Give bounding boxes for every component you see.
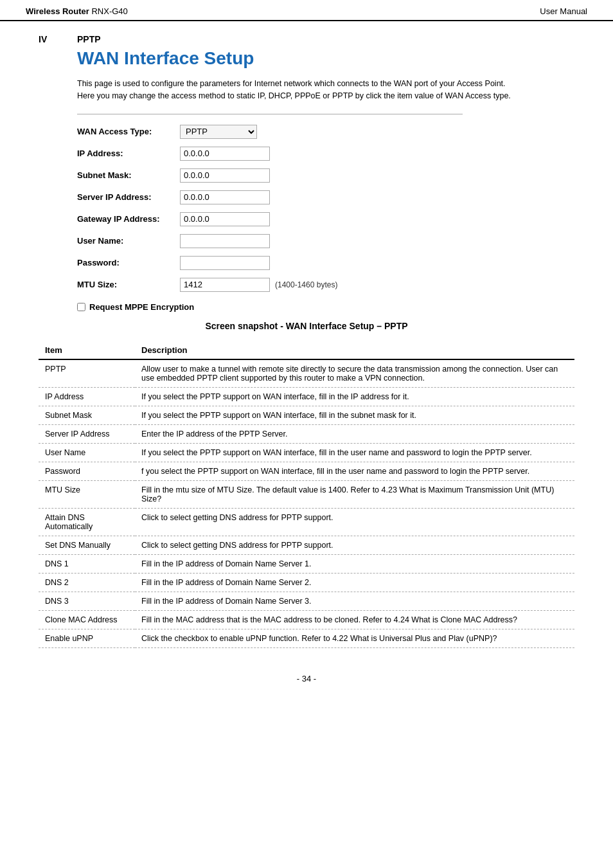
table-row: Clone MAC AddressFill in the MAC address… [39,610,574,629]
page-title: WAN Interface Setup [77,48,574,69]
wan-access-type-label: WAN Access Type: [77,127,180,136]
server-ip-row: Server IP Address: [77,190,463,204]
table-item-cell: Password [39,462,135,480]
table-item-cell: User Name [39,443,135,462]
password-label: Password: [77,258,180,267]
table-row: Server IP AddressEnter the IP address of… [39,424,574,443]
table-item-cell: DNS 3 [39,592,135,610]
server-ip-input[interactable] [180,190,270,204]
table-row: PPTPAllow user to make a tunnel with rem… [39,359,574,388]
table-item-cell: MTU Size [39,480,135,508]
table-row: Set DNS ManuallyClick to select getting … [39,536,574,554]
table-desc-cell: If you select the PPTP support on WAN in… [135,387,574,406]
page-header: Wireless Router RNX-G40 User Manual [0,0,613,21]
table-row: DNS 1Fill in the IP address of Domain Na… [39,554,574,573]
user-name-row: User Name: [77,234,463,248]
table-item-cell: DNS 2 [39,573,135,592]
gateway-ip-row: Gateway IP Address: [77,212,463,226]
table-item-cell: IP Address [39,387,135,406]
ip-address-label: IP Address: [77,149,180,158]
table-desc-cell: Click to select getting DNS address for … [135,508,574,536]
ip-address-input[interactable] [180,147,270,161]
table-row: Subnet MaskIf you select the PPTP suppor… [39,406,574,424]
gateway-ip-input[interactable] [180,212,270,226]
page-footer: - 34 - [0,667,613,690]
gateway-ip-label: Gateway IP Address: [77,214,180,224]
description-table: Item Description PPTPAllow user to make … [39,341,574,648]
table-item-cell: Enable uPNP [39,629,135,647]
table-row: Attain DNS AutomaticallyClick to select … [39,508,574,536]
main-content: IV PPTP WAN Interface Setup This page is… [0,21,613,661]
table-desc-cell: Fill in the IP address of Domain Name Se… [135,573,574,592]
brand-model: RNX-G40 [89,6,128,16]
table-row: Passwordf you select the PPTP support on… [39,462,574,480]
table-item-cell: Server IP Address [39,424,135,443]
password-input[interactable] [180,256,270,270]
table-item-cell: PPTP [39,359,135,388]
description-text: This page is used to configure the param… [77,78,514,102]
manual-label: User Manual [540,6,587,16]
brand: Wireless Router RNX-G40 [26,6,128,16]
subnet-mask-row: Subnet Mask: [77,168,463,183]
table-desc-cell: If you select the PPTP support on WAN in… [135,406,574,424]
section-number: IV [39,34,58,44]
col-desc-header: Description [135,341,574,359]
table-row: MTU SizeFill in the mtu size of MTU Size… [39,480,574,508]
mtu-hint: (1400-1460 bytes) [275,280,337,289]
form-section: WAN Access Type: PPTP Static IP DHCP PPP… [77,114,463,292]
snapshot-title: Screen snapshot - WAN Interface Setup – … [39,321,574,331]
table-row: DNS 3Fill in the IP address of Domain Na… [39,592,574,610]
mppe-label: Request MPPE Encryption [89,302,194,312]
wan-access-type-select[interactable]: PPTP Static IP DHCP PPPoE [180,125,257,139]
ip-address-row: IP Address: [77,147,463,161]
table-row: IP AddressIf you select the PPTP support… [39,387,574,406]
mppe-checkbox[interactable] [77,303,85,311]
table-desc-cell: Allow user to make a tunnel with remote … [135,359,574,388]
table-item-cell: DNS 1 [39,554,135,573]
user-name-label: User Name: [77,236,180,246]
subnet-mask-label: Subnet Mask: [77,170,180,180]
wan-access-type-row: WAN Access Type: PPTP Static IP DHCP PPP… [77,125,463,139]
table-row: Enable uPNPClick the checkbox to enable … [39,629,574,647]
table-item-cell: Set DNS Manually [39,536,135,554]
table-row: User NameIf you select the PPTP support … [39,443,574,462]
table-item-cell: Clone MAC Address [39,610,135,629]
section-label: PPTP [77,34,101,44]
table-desc-cell: Fill in the IP address of Domain Name Se… [135,554,574,573]
table-desc-cell: Enter the IP address of the PPTP Server. [135,424,574,443]
brand-name: Wireless Router [26,6,89,16]
table-desc-cell: Fill in the IP address of Domain Name Se… [135,592,574,610]
server-ip-label: Server IP Address: [77,192,180,202]
page-number: - 34 - [297,674,316,683]
mppe-checkbox-row: Request MPPE Encryption [77,302,574,312]
table-item-cell: Attain DNS Automatically [39,508,135,536]
col-item-header: Item [39,341,135,359]
section-heading: IV PPTP [39,34,574,44]
table-desc-cell: Click to select getting DNS address for … [135,536,574,554]
mtu-size-input[interactable] [180,278,270,292]
table-desc-cell: f you select the PPTP support on WAN int… [135,462,574,480]
subnet-mask-input[interactable] [180,168,270,183]
mtu-size-label: MTU Size: [77,280,180,289]
password-row: Password: [77,256,463,270]
mtu-size-row: MTU Size: (1400-1460 bytes) [77,278,463,292]
table-desc-cell: Fill in the mtu size of MTU Size. The de… [135,480,574,508]
table-row: DNS 2Fill in the IP address of Domain Na… [39,573,574,592]
user-name-input[interactable] [180,234,270,248]
table-desc-cell: If you select the PPTP support on WAN in… [135,443,574,462]
table-desc-cell: Click the checkbox to enable uPNP functi… [135,629,574,647]
table-desc-cell: Fill in the MAC address that is the MAC … [135,610,574,629]
table-item-cell: Subnet Mask [39,406,135,424]
